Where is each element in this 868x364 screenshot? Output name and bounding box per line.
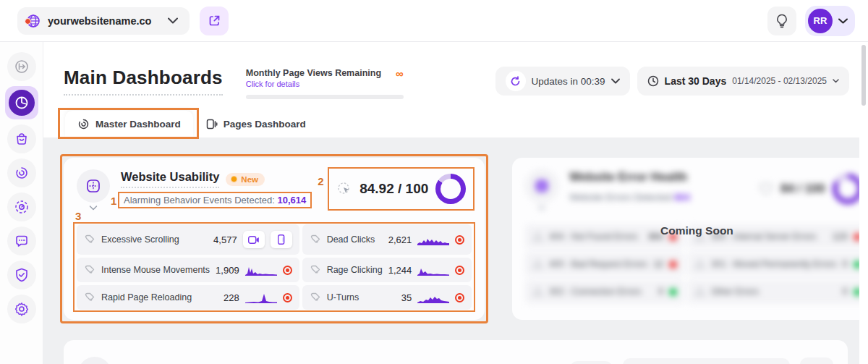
compare-previous-period: Compare Previous Period 12/15/2024 - 01/… (623, 358, 790, 364)
tab-pages-dashboard[interactable]: Pages Dashboard (193, 111, 318, 137)
infinity-quota-value: ∞ (396, 68, 404, 79)
scrollbar-track (859, 42, 868, 364)
website-favicon-icon (26, 14, 41, 28)
status-dot (669, 261, 677, 268)
error-row-other: Other Errors 0 (687, 279, 868, 304)
sidebar-item-performance[interactable] (7, 158, 36, 187)
tab-label: Master Dashboard (95, 119, 181, 130)
dashboards-pie-icon (9, 90, 35, 116)
tab-master-dashboard[interactable]: Master Dashboard (65, 111, 193, 137)
usability-card-title: Website Usability (121, 170, 219, 188)
main-area: Main Dashboards Monthly Page Views Remai… (43, 42, 868, 364)
feedback-chat-icon (14, 234, 29, 248)
usability-score: 2 84.92 / 100 (331, 169, 472, 208)
record-icon[interactable] (283, 266, 292, 275)
quota-label: Monthly Page Views Remaining (246, 68, 381, 78)
website-selector[interactable]: yourwebsitename.co (17, 7, 190, 35)
clock-icon (647, 75, 659, 87)
filters-button[interactable] (800, 357, 833, 364)
usability-score-value: 84.92 / 100 (359, 181, 428, 197)
behavior-tag-icon (84, 234, 95, 245)
metric-row-excessive-scrolling[interactable]: Excessive Scrolling 4,577 (77, 224, 299, 255)
error-score-value: 84 / 100 (780, 182, 825, 196)
sidebar-item-store[interactable] (7, 124, 36, 153)
error-health-score: 84 / 100 (753, 169, 868, 208)
behavior-tag-icon (310, 264, 321, 276)
collapse-sidebar-icon (14, 59, 29, 74)
errors-detected-line: Website Errors Detected 864 (569, 192, 690, 203)
error-card-collapse (525, 169, 558, 203)
metric-row-rage-clicking[interactable]: Rage Clicking 1,244 (302, 258, 472, 282)
page-views-card: Page Views, Sessions & Visitors (64, 340, 848, 364)
page-views-card-collapse[interactable] (78, 357, 111, 364)
record-icon[interactable] (455, 266, 464, 275)
pages-dashboard-icon (205, 118, 218, 130)
website-usability-card: Website Usability New 1 Alarming (64, 158, 485, 320)
error-alert-icon (694, 287, 705, 297)
alarming-events-line: 1 Alarming Behavior Events Detected: 10,… (121, 193, 309, 207)
date-range-picker[interactable]: Last 30 Days 01/14/2025 - 02/13/2025 (637, 67, 849, 96)
updates-dropdown[interactable]: Updates in 00:39 (495, 67, 630, 96)
annotation-number-2: 2 (318, 175, 323, 187)
record-icon[interactable] (283, 293, 292, 302)
sparkline-chart (245, 292, 277, 303)
error-card-title: Website Error Health (569, 170, 687, 187)
behavior-tag-icon (84, 292, 95, 303)
error-row-400: 400 - Bad Request Errors 12 (525, 252, 684, 276)
app-window: yourwebsitename.co RR (0, 0, 868, 364)
shopping-bag-icon (14, 132, 29, 146)
metric-row-rapid-page-reloading[interactable]: Rapid Page Reloading 228 (77, 285, 299, 310)
sidebar (0, 42, 43, 364)
record-icon[interactable] (455, 293, 464, 302)
errors-detected-count: 864 (674, 192, 690, 203)
sidebar-item-recordings[interactable] (7, 192, 36, 221)
sparkline-chart (245, 264, 277, 276)
behavior-tag-icon (310, 292, 321, 303)
device-phone-button[interactable] (271, 231, 292, 248)
usability-scan-icon (85, 177, 102, 195)
record-icon[interactable] (455, 235, 464, 245)
behavior-tag-icon (310, 234, 321, 245)
sidebar-item-security[interactable] (7, 261, 36, 289)
metric-row-u-turns[interactable]: U-Turns 35 (302, 285, 472, 310)
sidebar-item-dashboards[interactable] (5, 86, 38, 119)
chevron-down-icon (838, 18, 848, 24)
metric-row-dead-clicks[interactable]: Dead Clicks 2,621 (302, 224, 472, 255)
error-row-301: 301 - Moved Permanently Errors 0 (687, 252, 868, 276)
heart-icon (759, 182, 773, 195)
badge-dot-icon (231, 176, 237, 182)
sparkline-chart (417, 264, 449, 276)
sparkline-chart (417, 292, 449, 303)
status-dot (669, 288, 677, 296)
error-alert-icon (532, 287, 543, 297)
avatar: RR (808, 9, 833, 33)
monthly-quota-widget: Monthly Page Views Remaining Click for d… (246, 67, 404, 99)
website-error-health-card: Website Error Health Website Errors Dete… (512, 158, 868, 320)
chevron-down-icon (538, 206, 546, 211)
website-name: yourwebsitename.co (48, 15, 161, 27)
annotation-number-1: 1 (111, 195, 116, 207)
video-recording-button[interactable] (243, 231, 265, 248)
usability-metrics-section: 3 Excessive Scrolling 4,577 (77, 224, 472, 310)
export-button[interactable] (570, 361, 613, 364)
open-website-button[interactable] (200, 7, 229, 35)
annotation-number-3: 3 (75, 210, 81, 222)
sidebar-item-settings[interactable] (7, 295, 36, 323)
metric-row-intense-mouse-movements[interactable]: Intense Mouse Movements 1,909 (77, 258, 299, 282)
lightbulb-icon (775, 14, 788, 28)
sidebar-item-collapse[interactable] (7, 52, 36, 81)
tips-button[interactable] (767, 7, 796, 35)
chevron-down-icon (833, 79, 839, 83)
behavior-tag-icon (84, 264, 95, 276)
sidebar-item-feedback[interactable] (7, 227, 36, 255)
profile-menu[interactable]: RR (805, 6, 855, 36)
scrollbar-thumb[interactable] (861, 45, 866, 106)
refresh-icon (506, 71, 526, 91)
session-recordings-icon (14, 200, 29, 214)
quota-details-link[interactable]: Click for details (246, 80, 381, 88)
master-dashboard-icon (77, 118, 90, 130)
chevron-down-icon (611, 78, 620, 84)
usability-card-collapse[interactable] (77, 169, 110, 203)
error-score-donut (833, 174, 863, 204)
error-alert-icon (532, 259, 543, 269)
